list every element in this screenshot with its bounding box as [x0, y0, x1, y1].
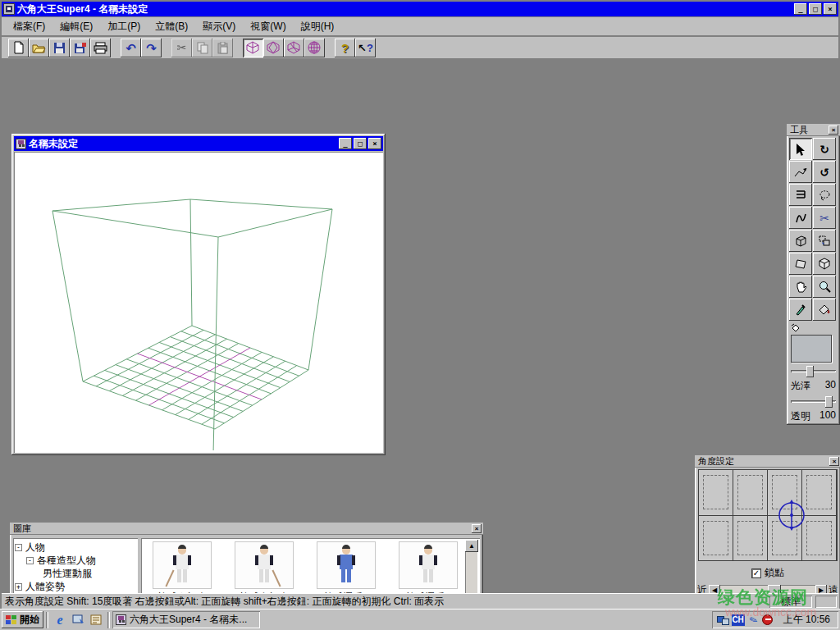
close-button[interactable]: ×	[824, 3, 837, 15]
pen-tray-icon[interactable]: ✎	[746, 612, 761, 628]
point-edit-icon	[794, 167, 807, 178]
paint-tool-button[interactable]	[813, 299, 836, 321]
duplicate-tool-button[interactable]	[813, 230, 836, 252]
internet-explorer-icon[interactable]: e	[52, 613, 67, 628]
zoom-tool-button[interactable]	[813, 276, 836, 298]
rotate-tool-button[interactable]: ↻	[813, 138, 836, 160]
lasso-tool-button[interactable]	[813, 184, 836, 206]
windows-logo-icon	[6, 615, 17, 625]
tools-palette-titlebar[interactable]: 工具 ×	[787, 124, 840, 136]
angle-marker-icon[interactable]	[773, 496, 810, 536]
angle-grid[interactable]	[698, 469, 838, 561]
select-tool-button[interactable]	[789, 138, 812, 160]
context-help-button[interactable]: ↖?	[355, 39, 376, 57]
undo-button[interactable]: ↶	[121, 39, 141, 57]
wireframe-cube-drawing	[14, 152, 382, 450]
doc-close-button[interactable]: ×	[368, 138, 381, 149]
rotate-ccw-tool-button[interactable]: ↺	[813, 161, 836, 183]
snap-checkbox[interactable]: ✓	[751, 568, 761, 578]
maximize-button[interactable]: □	[809, 3, 822, 15]
scroll-up-icon[interactable]: ▲	[465, 540, 478, 552]
paint-bucket-icon	[818, 304, 831, 316]
app-titlebar[interactable]: 六角大王Super4 - 名稱未設定 _ □ ×	[2, 2, 838, 16]
print-button[interactable]	[90, 39, 111, 57]
channels-icon[interactable]	[89, 613, 103, 628]
knife-scissors-icon: ✂	[819, 212, 829, 225]
new-file-button[interactable]	[8, 39, 29, 57]
angle-settings-palette[interactable]: 角度設定 × ✓ 鎖點 近 ◀ ▶ 遠 鏡頭	[695, 455, 840, 614]
save-button[interactable]	[49, 39, 70, 57]
tree-item-body-poses[interactable]: + 人體姿勢	[15, 580, 136, 593]
eyedropper-icon	[795, 304, 806, 316]
doc-maximize-button[interactable]: □	[354, 138, 367, 149]
menu-file[interactable]: 檔案(F)	[7, 17, 52, 36]
face-tool-button[interactable]	[789, 253, 812, 275]
magnifier-icon	[819, 281, 831, 293]
snap-label: 鎖點	[765, 566, 784, 580]
new-file-icon	[12, 41, 25, 54]
task-button-active[interactable]: 六角大王Super4 - 名稱未...	[112, 611, 260, 628]
knife-tool-button[interactable]: ✂	[813, 207, 836, 229]
curve-tool-button[interactable]	[789, 207, 812, 229]
primitive-tool-button[interactable]	[813, 253, 836, 275]
hand-icon	[795, 281, 806, 293]
redo-button[interactable]: ↷	[141, 39, 162, 57]
menu-window[interactable]: 視窗(W)	[244, 17, 292, 36]
tree-item-various-figures[interactable]: - 各種造型人物	[26, 554, 136, 567]
task-label: 六角大王Super4 - 名稱未...	[130, 613, 247, 627]
open-file-button[interactable]	[29, 39, 49, 57]
tools-palette[interactable]: 工具 × ↻ ↺ ✂	[787, 124, 840, 425]
copy-button[interactable]	[192, 39, 212, 57]
gloss-slider[interactable]	[791, 366, 836, 377]
help-icon: ?	[341, 41, 349, 55]
face-tray-icon[interactable]	[762, 614, 773, 625]
redo-icon: ↷	[146, 42, 157, 54]
point-edit-tool-button[interactable]	[789, 161, 812, 183]
menu-process[interactable]: 加工(P)	[101, 17, 147, 36]
doc-minimize-button[interactable]: _	[339, 138, 352, 149]
status-spare	[815, 596, 837, 608]
system-tray: CH ✎ 上午 10:56	[712, 611, 838, 628]
help-button[interactable]: ?	[335, 39, 355, 57]
expand-icon[interactable]: +	[15, 583, 22, 591]
undo-icon: ↶	[126, 42, 136, 54]
material-color-swatch[interactable]	[791, 335, 832, 363]
library-close-icon[interactable]: ×	[472, 524, 482, 533]
tree-item-characters[interactable]: - 人物	[15, 541, 136, 554]
tools-close-icon[interactable]: ×	[829, 126, 838, 135]
pan-tool-button[interactable]	[789, 276, 812, 298]
save-image-button[interactable]	[70, 39, 90, 57]
viewport-3d[interactable]	[14, 152, 383, 453]
align-tool-button[interactable]	[789, 184, 812, 206]
cut-button[interactable]: ✂	[171, 39, 192, 57]
solid-tool-button[interactable]	[789, 230, 812, 252]
display-mode-hidden-line-button[interactable]	[263, 39, 284, 57]
library-titlebar[interactable]: 圖庫 ×	[10, 523, 483, 535]
menu-edit[interactable]: 編輯(E)	[53, 17, 99, 36]
minimize-button[interactable]: _	[794, 3, 807, 15]
library-title: 圖庫	[13, 523, 31, 535]
rotate-icon: ↻	[819, 143, 829, 156]
network-tray-icon[interactable]	[717, 614, 729, 625]
menu-solid[interactable]: 立體(B)	[148, 17, 194, 36]
display-mode-textured-button[interactable]	[304, 39, 325, 57]
input-method-icon[interactable]: CH	[732, 614, 745, 626]
status-message: 表示角度設定 Shift: 15度吸著 右邊按鈕或Alt: 正面旋轉 shift…	[2, 595, 769, 609]
transparency-slider[interactable]	[791, 396, 836, 408]
menu-help[interactable]: 說明(H)	[294, 17, 341, 36]
angle-close-icon[interactable]: ×	[829, 457, 839, 466]
eyedropper-tool-button[interactable]	[789, 299, 812, 321]
display-mode-shaded-button[interactable]	[284, 39, 304, 57]
document-titlebar[interactable]: 名稱未設定 _ □ ×	[14, 136, 383, 151]
start-button[interactable]: 開始	[2, 611, 43, 628]
document-window[interactable]: 名稱未設定 _ □ ×	[11, 134, 386, 455]
collapse-icon[interactable]: -	[15, 544, 22, 551]
collapse-icon[interactable]: -	[26, 557, 34, 564]
tree-item-male-sportswear[interactable]: 男性運動服	[43, 567, 136, 580]
angle-palette-titlebar[interactable]: 角度設定 ×	[695, 455, 840, 468]
menu-view[interactable]: 顯示(V)	[196, 17, 242, 36]
hidden-line-cube-icon	[267, 41, 281, 54]
display-mode-wireframe-button[interactable]	[243, 39, 263, 57]
show-desktop-icon[interactable]	[71, 613, 85, 628]
paste-button[interactable]	[212, 39, 233, 57]
